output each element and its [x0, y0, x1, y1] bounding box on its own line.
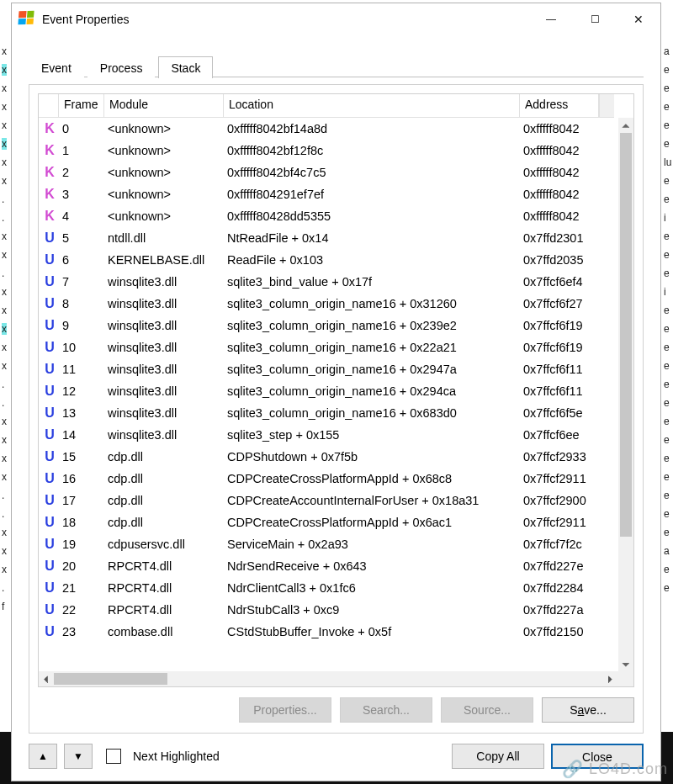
next-event-button[interactable]: ▼: [64, 744, 93, 769]
cell-address: 0x7ffd227a: [520, 603, 599, 617]
cell-frame: 21: [59, 581, 104, 595]
vscroll-thumb[interactable]: [620, 133, 632, 537]
search-button: Search...: [340, 697, 432, 723]
maximize-button[interactable]: ☐: [573, 4, 617, 34]
col-header-frame[interactable]: Frame: [59, 94, 104, 118]
cell-module: cdp.dll: [104, 516, 224, 529]
cell-address: 0x7ffcf2933: [520, 450, 599, 464]
cell-location: 0xfffff8042bf4c7c5: [224, 166, 520, 179]
cell-frame: 18: [59, 516, 104, 529]
cell-address: 0x7ffd2150: [520, 625, 599, 638]
user-mode-icon: U: [42, 493, 57, 508]
scroll-down-icon[interactable]: ⏷: [618, 657, 633, 672]
table-row[interactable]: K4<unknown>0xfffff80428dd53550xfffff8042: [39, 205, 618, 227]
tab-event[interactable]: Event: [29, 56, 84, 78]
cell-address: 0xfffff8042: [520, 166, 599, 179]
table-row[interactable]: U8winsqlite3.dllsqlite3_column_origin_na…: [39, 293, 618, 315]
cell-frame: 14: [59, 428, 104, 442]
next-highlighted-checkbox[interactable]: [106, 749, 121, 764]
app-icon: [19, 11, 35, 28]
table-row[interactable]: K2<unknown>0xfffff8042bf4c7c50xfffff8042: [39, 162, 618, 183]
table-row[interactable]: U21RPCRT4.dllNdrClientCall3 + 0x1fc60x7f…: [39, 577, 618, 599]
table-row[interactable]: U17cdp.dllCDPCreateAccountInternalForUse…: [39, 490, 618, 511]
watermark-text: LO4D.com: [589, 760, 668, 778]
table-row[interactable]: U10winsqlite3.dllsqlite3_column_origin_n…: [39, 336, 618, 358]
minimize-button[interactable]: ―: [529, 4, 573, 34]
table-row[interactable]: U5ntdll.dllNtReadFile + 0x140x7ffd2301: [39, 227, 618, 249]
table-row[interactable]: U9winsqlite3.dllsqlite3_column_origin_na…: [39, 315, 618, 336]
cell-frame: 19: [59, 538, 104, 551]
col-header-module[interactable]: Module: [104, 94, 224, 118]
copy-all-button[interactable]: Copy All: [452, 744, 544, 769]
cell-location: 0xfffff8042bf14a8d: [224, 122, 520, 135]
cell-module: KERNELBASE.dll: [104, 253, 224, 267]
table-row[interactable]: U19cdpusersvc.dllServiceMain + 0x2a930x7…: [39, 533, 618, 555]
kernel-mode-icon: K: [42, 143, 57, 158]
tab-stack[interactable]: Stack: [158, 56, 213, 78]
cell-location: 0xfffff804291ef7ef: [224, 188, 520, 201]
cell-address: 0xfffff8042: [520, 122, 599, 135]
table-row[interactable]: K1<unknown>0xfffff8042bf12f8c0xfffff8042: [39, 140, 618, 162]
user-mode-icon: U: [42, 624, 57, 639]
user-mode-icon: U: [42, 427, 57, 442]
col-header-address[interactable]: Address: [520, 94, 599, 118]
cell-location: sqlite3_step + 0x155: [224, 428, 520, 442]
col-header-location[interactable]: Location: [224, 94, 520, 118]
cell-module: <unknown>: [104, 209, 224, 223]
table-row[interactable]: K0<unknown>0xfffff8042bf14a8d0xfffff8042: [39, 118, 618, 140]
tabstrip: Event Process Stack: [12, 35, 660, 77]
horizontal-scrollbar[interactable]: ⏴ ⏵: [39, 671, 633, 686]
cell-module: <unknown>: [104, 166, 224, 179]
scroll-left-icon[interactable]: ⏴: [39, 671, 54, 686]
table-row[interactable]: U11winsqlite3.dllsqlite3_column_origin_n…: [39, 358, 618, 380]
user-mode-icon: U: [42, 580, 57, 596]
user-mode-icon: U: [42, 274, 57, 289]
user-mode-icon: U: [42, 384, 57, 399]
cell-address: 0x7ffcf6f27: [520, 297, 599, 310]
user-mode-icon: U: [42, 296, 57, 311]
cell-frame: 6: [59, 253, 104, 267]
user-mode-icon: U: [42, 602, 57, 617]
table-row[interactable]: U22RPCRT4.dllNdrStubCall3 + 0xc90x7ffd22…: [39, 599, 618, 621]
user-mode-icon: U: [42, 537, 57, 552]
save-button[interactable]: Save...: [542, 697, 634, 723]
vertical-scrollbar[interactable]: ⏶ ⏷: [618, 118, 633, 672]
cell-frame: 13: [59, 406, 104, 420]
table-row[interactable]: U7winsqlite3.dllsqlite3_bind_value + 0x1…: [39, 271, 618, 293]
dialog-window: Event Properties ― ☐ ✕ Event Process Sta…: [11, 3, 661, 781]
cell-address: 0x7ffcf6ef4: [520, 275, 599, 289]
cell-address: 0x7ffcf2911: [520, 472, 599, 485]
cell-location: NdrClientCall3 + 0x1fc6: [224, 581, 520, 595]
table-row[interactable]: U20RPCRT4.dllNdrSendReceive + 0x6430x7ff…: [39, 555, 618, 577]
cell-module: cdpusersvc.dll: [104, 538, 224, 551]
cell-module: combase.dll: [104, 625, 224, 638]
cell-frame: 9: [59, 319, 104, 332]
table-row[interactable]: K3<unknown>0xfffff804291ef7ef0xfffff8042: [39, 183, 618, 205]
close-window-button[interactable]: ✕: [617, 4, 660, 34]
table-row[interactable]: U12winsqlite3.dllsqlite3_column_origin_n…: [39, 380, 618, 402]
table-row[interactable]: U18cdp.dllCDPCreateCrossPlatformAppId + …: [39, 511, 618, 533]
table-row[interactable]: U15cdp.dllCDPShutdown + 0x7f5b0x7ffcf293…: [39, 446, 618, 468]
table-row[interactable]: U14winsqlite3.dllsqlite3_step + 0x1550x7…: [39, 424, 618, 446]
list-rows[interactable]: K0<unknown>0xfffff8042bf14a8d0xfffff8042…: [39, 118, 618, 672]
table-row[interactable]: U6KERNELBASE.dllReadFile + 0x1030x7ffd20…: [39, 249, 618, 271]
stack-listview[interactable]: Frame Module Location Address K0<unknown…: [38, 93, 634, 687]
table-row[interactable]: U13winsqlite3.dllsqlite3_column_origin_n…: [39, 402, 618, 424]
background-left-strip: xxxxxxxx..xx.xxxxx..xxxx..xxx.f: [2, 42, 10, 784]
cell-module: winsqlite3.dll: [104, 406, 224, 420]
cell-frame: 16: [59, 472, 104, 485]
table-row[interactable]: U16cdp.dllCDPCreateCrossPlatformAppId + …: [39, 468, 618, 490]
hscroll-thumb[interactable]: [54, 673, 167, 685]
prev-event-button[interactable]: ▲: [29, 744, 57, 769]
cell-address: 0x7ffcf2911: [520, 516, 599, 529]
user-mode-icon: U: [42, 471, 57, 486]
user-mode-icon: U: [42, 515, 57, 530]
scroll-right-icon[interactable]: ⏵: [603, 671, 618, 686]
cell-address: 0x7ffd2035: [520, 253, 599, 267]
col-header-blank[interactable]: [39, 94, 59, 118]
cell-location: NdrStubCall3 + 0xc9: [224, 603, 520, 617]
table-row[interactable]: U23combase.dllCStdStubBuffer_Invoke + 0x…: [39, 621, 618, 643]
cell-location: NtReadFile + 0x14: [224, 231, 520, 245]
scroll-up-icon[interactable]: ⏶: [618, 118, 633, 133]
tab-process[interactable]: Process: [87, 56, 156, 78]
